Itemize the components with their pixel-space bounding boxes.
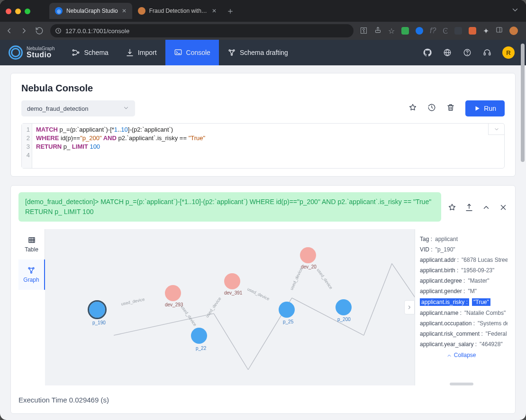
svg-rect-15 [29, 238, 35, 243]
nav-label: Console [186, 49, 210, 56]
address-bar[interactable]: 127.0.0.1:7001/console [50, 24, 354, 37]
graph-node[interactable] [165, 285, 181, 301]
nav-import[interactable]: Import [117, 40, 165, 65]
headset-icon[interactable] [482, 48, 492, 57]
browser-toolbar: 127.0.0.1:7001/console ⚿ ☆ f? Ͼ ✦ ⋮ [0, 22, 526, 40]
editor-collapse-icon[interactable] [488, 124, 504, 135]
code-area[interactable]: MATCH p_=(p:`applicant`)-[*1..10]-(p2:`a… [32, 124, 209, 168]
property-inspector: Tag :applicant VID :"p_190" applicant.ad… [415, 229, 508, 385]
nav-console[interactable]: Console [165, 40, 219, 65]
node-label: p_25 [283, 319, 293, 324]
side-panel-icon[interactable] [496, 26, 503, 36]
nav-label: Schema [84, 49, 108, 56]
extension-icon[interactable] [416, 27, 423, 35]
svg-rect-14 [489, 53, 490, 55]
execution-time: Execution Time 0.029469 (s) [18, 396, 508, 404]
brand-logo[interactable]: NebulaGraph Studio [0, 40, 63, 65]
profile-avatar-icon[interactable] [509, 27, 518, 35]
tab-label: Graph [23, 277, 39, 283]
share-icon[interactable] [374, 26, 381, 36]
graph-node[interactable] [224, 273, 240, 289]
nav-label: Schema drafting [240, 49, 288, 56]
reload-button[interactable] [35, 27, 44, 35]
query-editor[interactable]: 1 2 3 4 MATCH p_=(p:`applicant`)-[*1..10… [21, 123, 505, 169]
user-avatar[interactable]: R [502, 46, 515, 59]
graph-node[interactable] [336, 299, 352, 315]
graph-node-selected[interactable] [89, 302, 105, 318]
extensions-puzzle-icon[interactable]: ✦ [483, 27, 489, 36]
inspector-scrollbar[interactable] [450, 383, 473, 385]
github-icon[interactable] [423, 48, 432, 57]
node-label: p_190 [92, 320, 106, 325]
key-icon[interactable]: ⚿ [360, 27, 368, 35]
new-tab-button[interactable]: ＋ [226, 5, 235, 17]
graph-canvas[interactable]: p_190 dev_293 p_22 dev_391 p_25 dev_20 p… [45, 229, 508, 385]
tab-favicon-icon [138, 7, 145, 15]
favorite-result-icon[interactable] [448, 203, 456, 214]
inspector-toggle[interactable] [404, 300, 415, 314]
page-scrollbar[interactable] [521, 44, 525, 162]
graph-node[interactable] [300, 247, 316, 263]
globe-icon[interactable] [443, 48, 452, 57]
extension-icon[interactable]: f? [430, 27, 436, 35]
tab-table[interactable]: Table [18, 229, 45, 259]
browser-tab-active[interactable]: ◎ NebulaGraph Studio ✕ [49, 3, 132, 19]
minimize-window-icon[interactable] [15, 9, 21, 14]
svg-rect-2 [497, 27, 502, 32]
line-gutter: 1 2 3 4 [22, 124, 32, 168]
url-text: 127.0.0.1:7001/console [65, 27, 129, 35]
extension-icon[interactable] [454, 27, 462, 35]
node-label: dev_391 [224, 290, 242, 295]
close-tab-icon[interactable]: ✕ [212, 8, 217, 14]
graph-node[interactable] [191, 328, 207, 344]
svg-point-12 [467, 54, 468, 54]
result-card: [demo_fraud_detection]> MATCH p_=(p:`app… [10, 185, 516, 414]
collapse-inspector-button[interactable]: Collapse [420, 351, 503, 360]
help-icon[interactable] [463, 48, 472, 57]
run-button[interactable]: Run [465, 100, 505, 116]
logo-icon [9, 45, 23, 60]
svg-rect-6 [175, 50, 181, 55]
query-echo-banner: [demo_fraud_detection]> MATCH p_=(p:`app… [18, 192, 441, 222]
export-icon[interactable] [465, 203, 473, 214]
node-label: p_22 [196, 346, 206, 351]
browser-tab[interactable]: Fraud Detection with NebulaGr ✕ [132, 3, 222, 19]
collapse-up-icon[interactable] [482, 203, 490, 214]
tab-graph[interactable]: Graph [18, 259, 45, 290]
back-button[interactable] [5, 27, 13, 35]
highlighted-property: applicant.is_risky :"True" [420, 298, 503, 306]
page-body: Nebula Console demo_fraud_detection Run [0, 65, 526, 420]
space-selector[interactable]: demo_fraud_detection [21, 100, 135, 116]
nav-schema[interactable]: Schema [63, 40, 117, 65]
console-card: Nebula Console demo_fraud_detection Run [10, 73, 516, 177]
favorite-icon[interactable] [408, 103, 417, 114]
chevron-down-icon [123, 104, 129, 114]
clear-icon[interactable] [446, 103, 455, 114]
page-title: Nebula Console [21, 83, 505, 94]
bookmark-star-icon[interactable]: ☆ [388, 27, 395, 36]
result-view-tabs: Table Graph [18, 229, 45, 385]
tab-label: Table [25, 246, 38, 253]
forward-button[interactable] [20, 27, 28, 35]
nav-label: Import [138, 49, 157, 56]
tab-favicon-icon: ◎ [55, 7, 63, 15]
browser-tabstrip: ◎ NebulaGraph Studio ✕ Fraud Detection w… [0, 0, 526, 22]
history-icon[interactable] [427, 103, 436, 114]
tab-title: NebulaGraph Studio [66, 8, 118, 14]
extension-icon[interactable]: Ͼ [443, 27, 448, 36]
graph-node[interactable] [279, 302, 295, 318]
extension-icon[interactable] [401, 27, 409, 35]
close-result-icon[interactable] [499, 203, 508, 214]
extension-icon[interactable] [469, 27, 476, 35]
tab-title: Fraud Detection with NebulaGr [149, 8, 208, 14]
zoom-window-icon[interactable] [25, 9, 30, 14]
nav-schema-drafting[interactable]: Schema drafting [219, 40, 297, 65]
close-window-icon[interactable] [6, 9, 11, 14]
run-label: Run [484, 105, 496, 112]
app-navbar: NebulaGraph Studio Schema Import Console… [0, 40, 526, 65]
tabstrip-menu-icon[interactable] [511, 6, 519, 16]
svg-rect-13 [484, 53, 485, 55]
close-tab-icon[interactable]: ✕ [122, 8, 127, 14]
node-label: p_200 [337, 317, 351, 322]
window-controls [6, 9, 30, 14]
